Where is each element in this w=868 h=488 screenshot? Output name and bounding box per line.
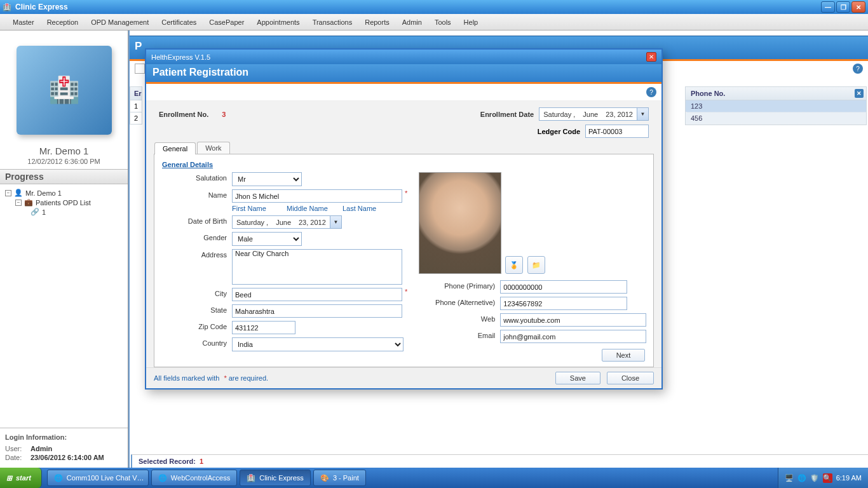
menu-opd-management[interactable]: OPD Management bbox=[85, 16, 155, 29]
collapse-icon[interactable]: − bbox=[5, 190, 11, 196]
person-icon: 👤 bbox=[14, 189, 23, 197]
gender-label: Gender bbox=[162, 232, 232, 241]
dialog-toolbar: ? bbox=[146, 84, 661, 101]
chevron-down-icon[interactable]: ▼ bbox=[330, 216, 341, 228]
menu-bar: Master Reception OPD Management Certific… bbox=[0, 14, 868, 30]
network-icon[interactable]: 🌐 bbox=[797, 473, 806, 482]
user-value: Admin bbox=[31, 445, 52, 452]
tab-content-general: General Details Salutation Mr Name * bbox=[154, 154, 654, 367]
award-icon[interactable]: 🏅 bbox=[505, 256, 523, 274]
tree-patients-opd[interactable]: − 💼 Patients OPD List bbox=[5, 198, 123, 207]
next-button[interactable]: Next bbox=[602, 349, 646, 362]
menu-casepaper[interactable]: CasePaper bbox=[203, 16, 250, 29]
briefcase-icon: 💼 bbox=[24, 198, 33, 207]
enrollment-date-picker[interactable]: Saturday , June 23, 2012 ▼ bbox=[539, 107, 649, 121]
menu-certificates[interactable]: Certificates bbox=[155, 16, 203, 29]
search-icon[interactable]: 🔍 bbox=[823, 473, 832, 483]
hospital-icon: 🏥 bbox=[17, 46, 112, 135]
tree-leaf[interactable]: 🔗 1 bbox=[5, 207, 123, 217]
patient-registration-dialog: HelthExpress V.1.5 ✕ Patient Registratio… bbox=[145, 48, 663, 390]
ledger-code-input[interactable] bbox=[585, 125, 649, 138]
date-label: Date: bbox=[5, 454, 31, 461]
email-input[interactable] bbox=[500, 330, 646, 343]
globe-icon: 🌐 bbox=[158, 474, 167, 482]
clock[interactable]: 6:19 AM bbox=[836, 474, 862, 482]
close-button[interactable]: Close bbox=[607, 372, 654, 384]
menu-transactions[interactable]: Transactions bbox=[306, 16, 359, 29]
task-clinic-express[interactable]: 🏥Clinic Express bbox=[240, 470, 311, 486]
task-comm100[interactable]: 🌐Comm100 Live Chat V… bbox=[47, 470, 149, 486]
menu-help[interactable]: Help bbox=[458, 16, 485, 29]
country-select[interactable]: India bbox=[232, 337, 403, 351]
zip-label: Zip Code bbox=[162, 321, 232, 330]
phone-column: Phone No. ✕ 123 456 bbox=[685, 86, 867, 125]
hospital-name: Mr. Demo 1 bbox=[0, 142, 128, 158]
task-webcontrol[interactable]: 🌐WebControlAccess bbox=[151, 470, 237, 486]
state-input[interactable] bbox=[232, 304, 402, 318]
bg-row[interactable]: 1 bbox=[130, 100, 142, 112]
app-titlebar: 🏥 Clinic Express — ❐ ✕ bbox=[0, 0, 868, 14]
close-button[interactable]: ✕ bbox=[851, 1, 865, 13]
start-button[interactable]: ⊞ start bbox=[0, 468, 42, 488]
state-label: State bbox=[162, 304, 232, 314]
tab-work[interactable]: Work bbox=[197, 142, 229, 154]
patient-photo bbox=[419, 172, 501, 274]
window-controls: — ❐ ✕ bbox=[821, 1, 865, 13]
selected-record: Selected Record: 1 bbox=[131, 454, 868, 468]
dialog-title: HelthExpress V.1.5 bbox=[151, 53, 210, 61]
menu-tools[interactable]: Tools bbox=[428, 16, 458, 29]
windows-icon: ⊞ bbox=[6, 474, 12, 482]
salutation-select[interactable]: Mr bbox=[232, 172, 302, 186]
system-tray: 🖥️ 🌐 🛡️ 🔍 6:19 AM bbox=[778, 468, 868, 488]
help-icon[interactable]: ? bbox=[853, 64, 863, 74]
name-helper-labels: First Name Middle Name Last Name bbox=[232, 203, 376, 212]
tree-root[interactable]: − 👤 Mr. Demo 1 bbox=[5, 188, 123, 198]
page-icon[interactable] bbox=[135, 64, 145, 74]
city-input[interactable] bbox=[232, 288, 402, 301]
menu-admin[interactable]: Admin bbox=[396, 16, 428, 29]
name-label: Name bbox=[162, 189, 232, 199]
shield-icon[interactable]: 🛡️ bbox=[810, 473, 819, 482]
tab-general[interactable]: General bbox=[154, 142, 196, 154]
phone-col-header[interactable]: Phone No. ✕ bbox=[686, 87, 866, 100]
dialog-header: Patient Registration bbox=[146, 64, 661, 84]
sidebar: 🏥 Mr. Demo 1 12/02/2012 6:36:00 PM Progr… bbox=[0, 30, 128, 468]
email-label: Email bbox=[419, 330, 500, 339]
zip-input[interactable] bbox=[232, 321, 295, 334]
phone-row[interactable]: 123 bbox=[686, 100, 866, 112]
phone-alt-input[interactable] bbox=[500, 297, 627, 310]
chevron-down-icon[interactable]: ▼ bbox=[637, 108, 648, 120]
menu-reports[interactable]: Reports bbox=[358, 16, 396, 29]
section-general-details[interactable]: General Details bbox=[162, 159, 213, 172]
task-paint[interactable]: 🎨3 - Paint bbox=[313, 470, 366, 486]
dialog-titlebar[interactable]: HelthExpress V.1.5 ✕ bbox=[146, 50, 661, 64]
required-mark: * bbox=[405, 288, 407, 295]
gender-select[interactable]: Male bbox=[232, 232, 302, 246]
phone-primary-input[interactable] bbox=[500, 280, 627, 294]
hospital-icon: 🏥 bbox=[247, 474, 255, 482]
leaf-icon: 🔗 bbox=[31, 208, 39, 216]
ledger-code-label: Ledger Code bbox=[538, 128, 580, 135]
minimize-button[interactable]: — bbox=[821, 1, 835, 13]
name-input[interactable] bbox=[232, 189, 402, 203]
address-textarea[interactable]: Near City Charch bbox=[232, 249, 402, 285]
background-grid: Er 1 2 bbox=[130, 86, 142, 125]
phone-row[interactable]: 456 bbox=[686, 112, 866, 125]
help-icon[interactable]: ? bbox=[646, 87, 656, 97]
folder-icon[interactable]: 📁 bbox=[527, 256, 545, 274]
progress-header: Progress bbox=[0, 169, 128, 184]
dialog-close-icon[interactable]: ✕ bbox=[646, 52, 656, 62]
menu-reception[interactable]: Reception bbox=[41, 16, 85, 29]
phone-col-close-icon[interactable]: ✕ bbox=[855, 89, 864, 98]
salutation-label: Salutation bbox=[162, 172, 232, 182]
web-input[interactable] bbox=[500, 313, 646, 327]
bg-row[interactable]: 2 bbox=[130, 112, 142, 125]
monitor-icon[interactable]: 🖥️ bbox=[785, 473, 794, 482]
maximize-button[interactable]: ❐ bbox=[836, 1, 850, 13]
menu-master[interactable]: Master bbox=[6, 16, 41, 29]
save-button[interactable]: Save bbox=[555, 372, 600, 384]
enrollment-no-label: Enrollment No. bbox=[159, 111, 208, 118]
menu-appointments[interactable]: Appointments bbox=[250, 16, 306, 29]
collapse-icon[interactable]: − bbox=[15, 200, 22, 206]
dob-picker[interactable]: Saturday , June 23, 2012 ▼ bbox=[232, 215, 342, 229]
